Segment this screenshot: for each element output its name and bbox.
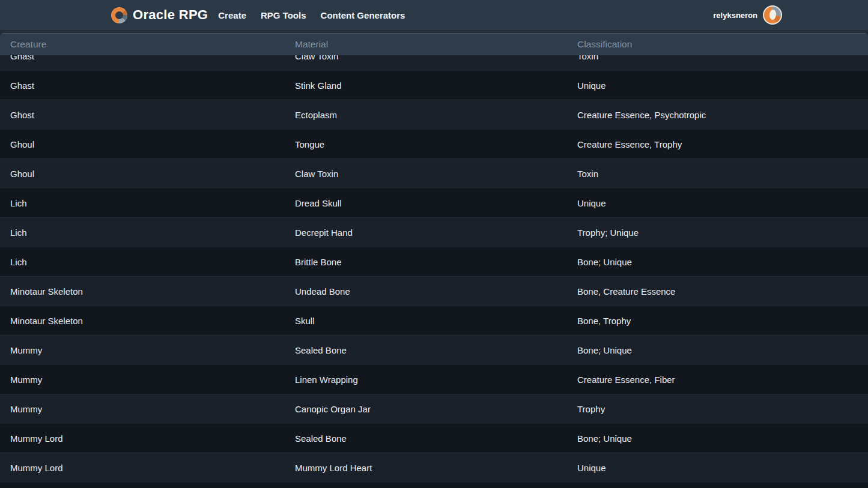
cell-material: Skull [285,316,567,326]
user-menu[interactable]: relyksneron [713,5,782,25]
cell-classification: Bone; Unique [567,257,868,267]
nav-links: Create RPG Tools Content Generators [218,11,405,20]
table-row: Lich Brittle Bone Bone; Unique [0,247,868,276]
cell-classification: Unique [567,80,868,91]
column-header-creature[interactable]: Creature [0,39,285,50]
cell-material: Sealed Bone [285,345,567,355]
table-row: Lich Decrepit Hand Trophy; Unique [0,217,868,247]
cell-classification: Bone; Unique [567,345,868,355]
cell-classification: Toxin [567,169,868,179]
table-row: Lich Dread Skull Unique [0,188,868,217]
cell-creature: Ghost [0,110,285,120]
cell-material: Brittle Bone [285,257,567,267]
table-row: Mummy Lord Mummy Lord Heart Unique [0,453,868,482]
cell-classification: Unique [567,198,868,208]
cell-creature: Mummy [0,404,285,414]
cell-classification: Creature Essence, Psychotropic [567,110,868,120]
cell-classification: Trophy [567,404,868,414]
cell-material: Stink Gland [285,80,567,91]
cell-creature: Mummy [0,345,285,355]
cell-classification: Creature Essence, Fiber [567,375,868,385]
table-row: Ghoul Claw Toxin Toxin [0,158,868,188]
cell-creature: Ghoul [0,169,285,179]
cell-creature: Lich [0,227,285,238]
cell-classification: Creature Essence, Trophy [567,139,868,149]
table-row: Mummy Sealed Bone Bone; Unique [0,335,868,364]
cell-creature: Mummy [0,375,285,385]
cell-classification: Unique [567,463,868,473]
oracle-rpg-logo-icon [111,7,127,23]
nav-link-create[interactable]: Create [218,11,246,20]
cell-creature: Lich [0,198,285,208]
cell-material: Linen Wrapping [285,375,567,385]
cell-material: Decrepit Hand [285,227,567,238]
cell-creature: Minotaur Skeleton [0,286,285,297]
cell-material: Claw Toxin [285,55,567,61]
nav-link-content-generators[interactable]: Content Generators [321,11,405,20]
cell-material: Mummy Lord Heart [285,463,567,473]
table-body-scroll-area[interactable]: Ghast Claw Toxin Toxin Ghast Stink Gland… [0,55,868,488]
nav-link-rpg-tools[interactable]: RPG Tools [261,11,306,20]
cell-classification: Trophy; Unique [567,227,868,238]
column-header-classification[interactable]: Classification [567,39,868,50]
table-row: Ghast Stink Gland Unique [0,70,868,100]
table-row-partial [0,482,868,488]
cell-creature: Ghast [0,80,285,91]
brand[interactable]: Oracle RPG [111,7,208,23]
table-row: Ghost Ectoplasm Creature Essence, Psycho… [0,100,868,129]
cell-creature: Mummy Lord [0,433,285,444]
cell-creature: Ghast [0,55,285,61]
cell-material: Undead Bone [285,286,567,297]
table-row: Ghoul Tongue Creature Essence, Trophy [0,129,868,158]
table-row: Mummy Lord Sealed Bone Bone; Unique [0,423,868,453]
table-row: Mummy Linen Wrapping Creature Essence, F… [0,364,868,394]
cell-creature: Minotaur Skeleton [0,316,285,326]
cell-classification: Bone, Trophy [567,316,868,326]
cell-material: Claw Toxin [285,169,567,179]
cell-creature: Mummy Lord [0,463,285,473]
cell-material: Tongue [285,139,567,149]
cell-creature: Ghoul [0,139,285,149]
username-label: relyksneron [713,11,757,20]
brand-name: Oracle RPG [133,8,208,22]
table-row: Minotaur Skeleton Undead Bone Bone, Crea… [0,276,868,306]
cell-creature: Lich [0,257,285,267]
cell-classification: Toxin [567,55,868,61]
column-header-material[interactable]: Material [285,39,567,50]
cell-material: Sealed Bone [285,433,567,444]
user-avatar-icon [763,5,782,25]
cell-material: Ectoplasm [285,110,567,120]
table-header-row: Creature Material Classification [0,33,868,55]
table-row: Ghast Claw Toxin Toxin [0,55,868,70]
navbar: Oracle RPG Create RPG Tools Content Gene… [0,0,868,30]
table-row: Minotaur Skeleton Skull Bone, Trophy [0,306,868,335]
cell-material: Dread Skull [285,198,567,208]
table-rows: Ghast Claw Toxin Toxin Ghast Stink Gland… [0,55,868,488]
table-row: Mummy Canopic Organ Jar Trophy [0,394,868,423]
cell-material: Canopic Organ Jar [285,404,567,414]
cell-classification: Bone; Unique [567,433,868,444]
cell-classification: Bone, Creature Essence [567,286,868,297]
creature-materials-table: Creature Material Classification Ghast C… [0,33,868,488]
